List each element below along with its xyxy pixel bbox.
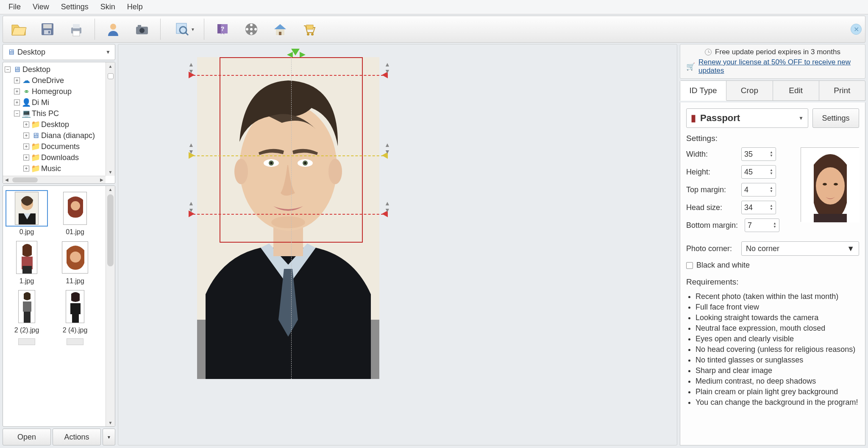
thumbnail-item[interactable]: 0.jpg bbox=[6, 190, 48, 236]
tree-item[interactable]: +☁OneDrive bbox=[5, 75, 113, 86]
nudge-arrows-icon[interactable]: ▲▼ bbox=[384, 142, 390, 155]
camera-button[interactable] bbox=[130, 18, 154, 41]
requirement-item: Medium contrast, no deep shadows bbox=[696, 376, 859, 387]
top-margin-guide[interactable] bbox=[189, 75, 388, 76]
svg-rect-10 bbox=[138, 25, 141, 27]
tab-edit[interactable]: Edit bbox=[773, 81, 819, 100]
requirement-item: Eyes open and clearly visible bbox=[696, 334, 859, 344]
floppy-icon bbox=[39, 21, 56, 38]
tab-print[interactable]: Print bbox=[819, 81, 865, 100]
scroll-up-icon[interactable]: ▲ bbox=[106, 186, 115, 192]
scroll-down-icon[interactable]: ▼ bbox=[106, 168, 115, 176]
svg-point-38 bbox=[70, 252, 81, 263]
clock-icon bbox=[705, 49, 712, 55]
scroll-right-icon[interactable]: ▶ bbox=[98, 177, 106, 182]
nudge-arrows-icon[interactable]: ▲▼ bbox=[188, 200, 194, 213]
svg-point-18 bbox=[246, 28, 248, 30]
svg-rect-1 bbox=[43, 24, 52, 28]
bw-checkbox[interactable] bbox=[686, 262, 693, 269]
menu-help[interactable]: Help bbox=[121, 1, 149, 13]
folder-tree: −🖥Desktop +☁OneDrive +⚭Homegroup +👤Di Mi… bbox=[3, 62, 115, 184]
nudge-arrows-icon[interactable]: ▲▼ bbox=[188, 142, 194, 155]
thumbnail-label: 0.jpg bbox=[19, 228, 34, 235]
tree-item[interactable]: −💻This PC bbox=[5, 108, 113, 119]
photo-canvas[interactable]: ◀ ▶ bbox=[118, 44, 677, 445]
thumbnail-label: 2 (4).jpg bbox=[63, 326, 88, 334]
tree-item[interactable]: +⚭Homegroup bbox=[5, 86, 113, 97]
svg-rect-42 bbox=[24, 312, 31, 323]
actions-button[interactable]: Actions bbox=[53, 429, 101, 445]
open-file-button[interactable] bbox=[6, 18, 31, 41]
renew-link[interactable]: Renew your license at 50% OFF to receive… bbox=[698, 58, 859, 75]
thumbnail-item[interactable]: 2 (4).jpg bbox=[54, 288, 96, 334]
svg-point-20 bbox=[250, 28, 253, 30]
tree-item[interactable]: −🖥Desktop bbox=[5, 64, 113, 75]
svg-rect-66 bbox=[814, 214, 847, 222]
tab-idtype[interactable]: ID Type bbox=[680, 81, 726, 101]
menu-settings[interactable]: Settings bbox=[55, 1, 95, 13]
bottommargin-label: Bottom margin: bbox=[686, 221, 741, 230]
height-input[interactable]: 45▲▼ bbox=[741, 165, 776, 179]
tree-item[interactable]: +📁Desktop bbox=[5, 119, 113, 130]
person-button[interactable] bbox=[101, 18, 125, 41]
cart-button[interactable] bbox=[297, 18, 321, 41]
thumbnail-item[interactable]: 2 (2).jpg bbox=[6, 288, 48, 334]
save-button[interactable] bbox=[35, 18, 60, 41]
close-panel-button[interactable]: ✕ bbox=[851, 24, 862, 35]
thumbnail-item[interactable]: 1.jpg bbox=[6, 239, 48, 285]
corner-dropdown[interactable]: No corner▼ bbox=[741, 241, 859, 256]
menu-view[interactable]: View bbox=[27, 1, 55, 13]
nudge-arrows-icon[interactable]: ▲▼ bbox=[384, 200, 390, 213]
tree-item[interactable]: +🖥Diana (dianapc) bbox=[5, 130, 113, 141]
headsize-input[interactable]: 34▲▼ bbox=[741, 201, 776, 214]
chevron-down-icon: ▼ bbox=[106, 49, 111, 55]
tree-item[interactable]: +👤Di Mi bbox=[5, 97, 113, 108]
tree-item[interactable]: +📁Downloads bbox=[5, 152, 113, 163]
tree-vscrollbar[interactable]: ▲ ▼ bbox=[106, 62, 115, 176]
scroll-left-icon[interactable]: ◀ bbox=[3, 177, 11, 182]
nudge-arrows-icon[interactable]: ▲▼ bbox=[384, 61, 390, 74]
thumbnail-item[interactable] bbox=[6, 337, 48, 348]
tree-item[interactable]: +📁Documents bbox=[5, 141, 113, 152]
open-button[interactable]: Open bbox=[3, 429, 51, 445]
thumbnail-item[interactable]: 11.jpg bbox=[54, 239, 96, 285]
tree-hscrollbar[interactable]: ◀ ▶ bbox=[3, 176, 106, 183]
photo-preview bbox=[197, 57, 379, 379]
location-dropdown[interactable]: 🖥 Desktop ▼ bbox=[3, 44, 115, 60]
thumbnail-item[interactable]: 01.jpg bbox=[54, 190, 96, 236]
bottommargin-input[interactable]: 7▲▼ bbox=[745, 218, 779, 232]
thumbnail-label: 2 (2).jpg bbox=[14, 326, 39, 334]
eye-line-guide[interactable] bbox=[189, 155, 388, 156]
video-button[interactable] bbox=[239, 18, 264, 41]
idtype-dropdown[interactable]: ▮ Passport ▼ bbox=[686, 108, 808, 128]
menu-skin[interactable]: Skin bbox=[95, 1, 121, 13]
topmargin-input[interactable]: 4▲▼ bbox=[741, 183, 776, 196]
monitor-icon: 🖥 bbox=[13, 66, 21, 73]
scroll-down-icon[interactable]: ▼ bbox=[106, 420, 115, 425]
headsize-label: Head size: bbox=[686, 203, 738, 212]
settings-heading: Settings: bbox=[686, 134, 859, 143]
home-button[interactable] bbox=[268, 18, 292, 41]
idtype-settings-button[interactable]: Settings bbox=[812, 108, 859, 128]
passport-icon: ▮ bbox=[691, 113, 696, 124]
print-button[interactable] bbox=[64, 18, 89, 41]
scroll-up-icon[interactable]: ▲ bbox=[106, 62, 115, 70]
actions-dropdown-button[interactable]: ▼ bbox=[103, 429, 115, 445]
thumbnail-item[interactable] bbox=[54, 337, 96, 348]
width-input[interactable]: 35▲▼ bbox=[741, 147, 776, 161]
photo-thumb-icon bbox=[66, 290, 84, 323]
help-button[interactable]: ? bbox=[210, 18, 235, 41]
center-marker-icon[interactable] bbox=[291, 49, 300, 55]
folder-icon: 📁 bbox=[32, 121, 39, 128]
tree-item[interactable]: +📁Music bbox=[5, 163, 113, 174]
zoom-dropdown[interactable]: ▼ bbox=[167, 18, 198, 41]
tab-crop[interactable]: Crop bbox=[726, 81, 773, 100]
nudge-arrows-icon[interactable]: ▲▼ bbox=[188, 61, 194, 74]
svg-rect-41 bbox=[23, 301, 31, 312]
bottom-margin-guide[interactable] bbox=[189, 214, 388, 215]
left-panel: 🖥 Desktop ▼ −🖥Desktop +☁OneDrive +⚭Homeg… bbox=[3, 44, 115, 445]
menu-file[interactable]: File bbox=[3, 1, 27, 13]
width-label: Width: bbox=[686, 150, 738, 159]
thumbnail-vscrollbar[interactable]: ▲ ▼ bbox=[106, 186, 115, 426]
photo-thumb-icon bbox=[18, 290, 35, 323]
